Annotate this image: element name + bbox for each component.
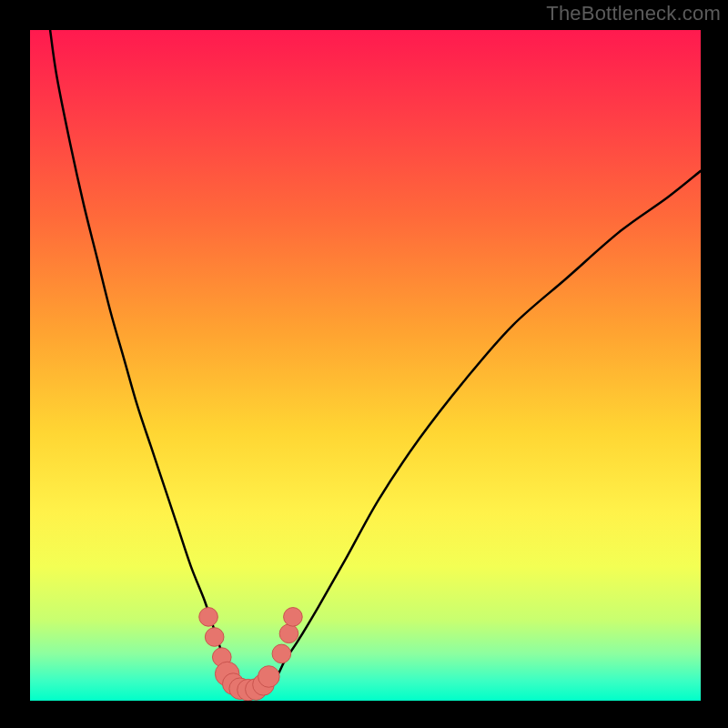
marker-point [205, 628, 224, 647]
marker-point [279, 624, 298, 643]
watermark-text: TheBottleneck.com [546, 2, 721, 25]
marker-point [199, 608, 218, 627]
plot-area [30, 30, 701, 701]
marker-point [284, 608, 303, 627]
chart-svg [30, 30, 701, 701]
curve-right-curve [265, 171, 701, 687]
marker-point [272, 644, 291, 663]
curve-left-curve [50, 30, 238, 687]
chart-frame: TheBottleneck.com [0, 0, 728, 728]
marker-point [258, 666, 280, 688]
